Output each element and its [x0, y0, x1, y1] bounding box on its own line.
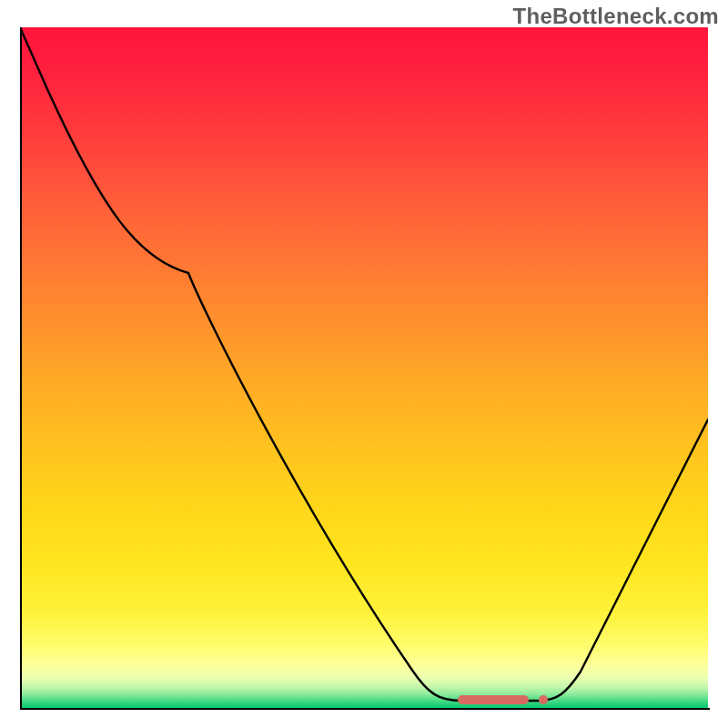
x-axis-line — [20, 708, 710, 710]
attribution-text: TheBottleneck.com — [513, 4, 719, 29]
optimal-point-marker — [539, 695, 548, 704]
gradient-bg — [20, 27, 708, 708]
svg-rect-0 — [20, 27, 708, 708]
optimal-range-marker — [458, 695, 529, 704]
y-axis-line — [20, 27, 22, 710]
chart-container: TheBottleneck.com — [0, 0, 728, 728]
plot-area — [20, 27, 708, 708]
